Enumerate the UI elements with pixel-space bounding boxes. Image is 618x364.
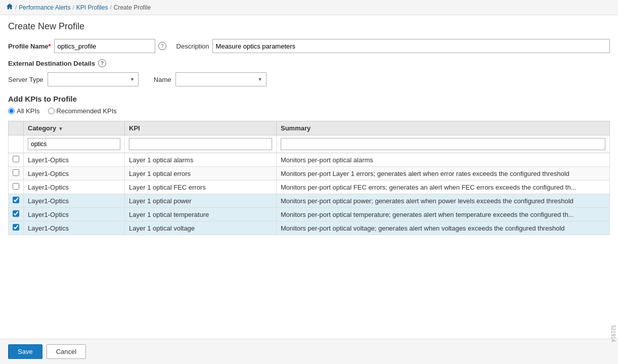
row-checkbox-cell[interactable] — [9, 167, 24, 180]
breadcrumb-sep-0: / — [15, 4, 17, 11]
description-field: Description — [176, 39, 610, 53]
table-filter-row — [9, 135, 610, 153]
description-input[interactable] — [212, 39, 610, 53]
row-checkbox[interactable] — [13, 210, 19, 217]
server-type-label: Server Type — [8, 76, 43, 83]
row-category: Layer1-Optics — [24, 153, 125, 167]
row-summary: Monitors per-port optical alarms — [277, 153, 610, 167]
row-category: Layer1-Optics — [24, 208, 125, 221]
filter-kpi-input[interactable] — [129, 138, 272, 150]
row-category: Layer1-Optics — [24, 194, 125, 208]
external-dest-header: External Destination Details ? — [8, 59, 610, 67]
row-kpi: Layer 1 optical alarms — [125, 153, 277, 167]
filter-kpi-cell — [125, 135, 277, 153]
row-kpi: Layer 1 optical temperature — [125, 208, 277, 221]
table-row: Layer1-OpticsLayer 1 optical FEC errorsM… — [9, 180, 610, 194]
profile-name-input[interactable] — [54, 39, 155, 53]
col-header-kpi: KPI — [125, 121, 277, 135]
row-summary: Monitors per-port optical power; generat… — [277, 194, 610, 208]
breadcrumb-sep-2: / — [110, 4, 111, 11]
category-filter-icon: ▼ — [58, 126, 63, 131]
row-summary: Monitors per-port optical temperature; g… — [277, 208, 610, 221]
kpi-radio-group: All KPIs Recommended KPIs — [8, 107, 610, 115]
row-checkbox-cell[interactable] — [9, 180, 24, 194]
name-select-wrapper — [175, 72, 267, 86]
row-kpi: Layer 1 optical FEC errors — [125, 180, 277, 194]
row-checkbox-cell[interactable] — [9, 208, 24, 221]
row-checkbox-cell[interactable] — [9, 221, 24, 235]
server-type-group: Server Type — [8, 72, 139, 86]
row-category: Layer1-Optics — [24, 180, 125, 194]
profile-name-help-icon[interactable]: ? — [158, 42, 166, 50]
page-title: Create New Profile — [8, 21, 610, 32]
server-type-select[interactable] — [48, 72, 139, 86]
add-kpis-title: Add KPIs to Profile — [8, 95, 610, 103]
profile-form-row: Profile Name* ? Description — [8, 39, 610, 53]
radio-all-kpis-label[interactable]: All KPIs — [8, 107, 40, 115]
filter-category-cell — [24, 135, 125, 153]
radio-recommended-kpis[interactable] — [48, 108, 55, 114]
breadcrumb-current: Create Profile — [114, 4, 151, 11]
row-checkbox[interactable] — [13, 183, 19, 190]
table-row: Layer1-OpticsLayer 1 optical voltageMoni… — [9, 221, 610, 235]
row-summary: Monitors per-port optical FEC errors; ge… — [277, 180, 610, 194]
breadcrumb-sep-1: / — [72, 4, 74, 11]
external-dest-title: External Destination Details — [8, 60, 95, 67]
radio-all-kpis[interactable] — [8, 108, 15, 114]
name-select[interactable] — [175, 72, 267, 86]
filter-checkbox-cell — [9, 135, 24, 153]
home-icon[interactable] — [6, 3, 13, 12]
external-dest-help-icon[interactable]: ? — [98, 59, 106, 67]
row-summary: Monitors per-port optical voltage; gener… — [277, 221, 610, 235]
table-header-row: Category ▼ KPI Summary — [9, 121, 610, 135]
row-category: Layer1-Optics — [24, 221, 125, 235]
required-star: * — [48, 42, 51, 50]
row-category: Layer1-Optics — [24, 167, 125, 180]
description-label: Description — [176, 42, 209, 50]
row-kpi: Layer 1 optical power — [125, 194, 277, 208]
name-label: Name — [154, 76, 171, 83]
row-checkbox-cell[interactable] — [9, 153, 24, 167]
external-dest-row: Server Type Name — [8, 72, 610, 86]
filter-category-input[interactable] — [28, 138, 120, 150]
col-header-category: Category ▼ — [24, 121, 125, 135]
breadcrumb-performance-alerts[interactable]: Performance Alerts — [19, 4, 70, 11]
name-group: Name — [154, 72, 267, 86]
table-row: Layer1-OpticsLayer 1 optical powerMonito… — [9, 194, 610, 208]
filter-summary-input[interactable] — [281, 138, 605, 150]
server-type-select-wrapper — [48, 72, 139, 86]
breadcrumb: / Performance Alerts / KPI Profiles / Cr… — [0, 0, 618, 15]
row-checkbox[interactable] — [13, 197, 19, 203]
kpi-table-body: Layer1-OpticsLayer 1 optical alarmsMonit… — [9, 153, 610, 235]
row-checkbox[interactable] — [13, 156, 19, 162]
row-checkbox[interactable] — [13, 224, 19, 231]
table-row: Layer1-OpticsLayer 1 optical temperature… — [9, 208, 610, 221]
filter-summary-cell — [277, 135, 610, 153]
row-checkbox[interactable] — [13, 169, 19, 176]
row-kpi: Layer 1 optical voltage — [125, 221, 277, 235]
radio-recommended-kpis-label[interactable]: Recommended KPIs — [48, 107, 117, 115]
kpi-table: Category ▼ KPI Summary Layer1-Opt — [8, 121, 610, 235]
profile-name-label: Profile Name* — [8, 42, 51, 50]
row-checkbox-cell[interactable] — [9, 194, 24, 208]
row-summary: Monitors per-port Layer 1 errors; genera… — [277, 167, 610, 180]
breadcrumb-kpi-profiles[interactable]: KPI Profiles — [76, 4, 108, 11]
table-row: Layer1-OpticsLayer 1 optical errorsMonit… — [9, 167, 610, 180]
col-header-summary: Summary — [277, 121, 610, 135]
profile-name-field: Profile Name* ? — [8, 39, 166, 53]
table-row: Layer1-OpticsLayer 1 optical alarmsMonit… — [9, 153, 610, 167]
col-header-checkbox — [9, 121, 24, 135]
row-kpi: Layer 1 optical errors — [125, 167, 277, 180]
